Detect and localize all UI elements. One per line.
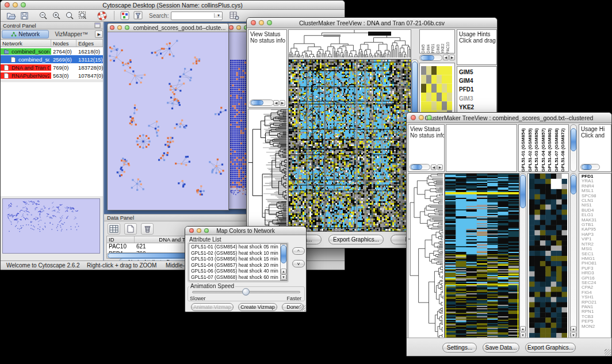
frame-close-button[interactable] — [110, 25, 114, 30]
labels-vscrollbar[interactable] — [570, 124, 577, 172]
heatmap-vscrollbar[interactable]: ▲ ▼ — [519, 173, 526, 339]
heatmap-canvas[interactable] — [288, 59, 411, 232]
new-attribute-icon[interactable] — [124, 223, 137, 235]
save-button[interactable] — [18, 10, 30, 21]
gene-label[interactable]: GIM5 — [459, 68, 496, 76]
tab-vizmapper[interactable]: VizMapper™ — [49, 31, 94, 37]
zoom-window-button[interactable] — [267, 20, 272, 25]
treeview-dna-titlebar[interactable]: ClusterMaker TreeView : DNA and Tran 07-… — [247, 18, 497, 28]
move-up-button[interactable]: ^ — [292, 247, 305, 255]
mini-heatmap-canvas[interactable] — [421, 66, 452, 119]
view-status-hscrollbar[interactable] — [410, 164, 430, 170]
col-edges[interactable]: Edges — [76, 40, 103, 47]
row-dendrogram-canvas[interactable] — [248, 109, 288, 232]
scroll-up-icon[interactable]: ▲ — [281, 269, 286, 274]
close-button[interactable] — [411, 115, 416, 120]
minimize-button[interactable] — [419, 115, 424, 120]
zoom-fit-icon[interactable] — [77, 10, 89, 21]
save-data-button[interactable]: Save Data... — [483, 343, 519, 352]
gene-label[interactable]: MON2 — [582, 324, 611, 329]
cytoscape-titlebar[interactable]: Cytoscape Desktop (Session Name: collins… — [1, 1, 345, 10]
network-tree-row[interactable]: combined_scores 2764(0) 16218(0) — [1, 47, 103, 55]
animate-vizmap-button[interactable]: Animate Vizmap — [191, 303, 234, 311]
scroll-thumb[interactable] — [571, 175, 576, 194]
close-button[interactable] — [189, 228, 194, 233]
attribute-table-icon[interactable] — [108, 223, 120, 235]
gene-label[interactable]: GIM4 — [459, 76, 496, 85]
delete-attribute-icon[interactable] — [141, 223, 154, 235]
scroll-thumb[interactable] — [420, 55, 434, 60]
resize-grip[interactable] — [299, 305, 305, 311]
dialog-titlebar[interactable]: Map Colors to Network — [185, 227, 306, 235]
network-view-frame[interactable]: combined_scores_good.txt--cluste... — [107, 23, 229, 210]
export-graphics-button[interactable]: Export Graphics... — [525, 343, 576, 352]
slider-thumb[interactable] — [242, 288, 250, 296]
resize-grip[interactable] — [605, 349, 611, 355]
search-input[interactable] — [171, 13, 214, 19]
attribute-listbox[interactable]: GPL51-01 (GSM854) heat shock 05 minGPL51… — [189, 243, 288, 281]
network-view-canvas[interactable] — [108, 32, 228, 210]
filter-icon[interactable] — [132, 10, 144, 21]
open-file-button[interactable] — [5, 10, 17, 21]
view-status-hscrollbar[interactable] — [250, 99, 274, 106]
tab-overflow-arrow-icon[interactable]: ▶ — [95, 30, 103, 38]
gene-label[interactable]: YKE2 — [459, 103, 496, 112]
frame-close-button[interactable] — [229, 25, 234, 30]
attribute-item[interactable]: GPL51-03 (GSM856) heat shock 15 min — [189, 256, 287, 262]
scroll-left-icon[interactable]: ◀ — [431, 164, 437, 170]
scroll-thumb[interactable] — [411, 164, 422, 170]
gene-label[interactable]: PFD1 — [459, 85, 496, 94]
scroll-thumb[interactable] — [281, 245, 286, 263]
gene-label[interactable]: GIM3 — [459, 94, 496, 103]
zoom-selected-icon[interactable] — [64, 10, 75, 21]
help-lifesaver-icon[interactable] — [96, 10, 108, 21]
zoom-out-icon[interactable] — [37, 10, 49, 21]
scroll-right-icon[interactable]: ▶ — [437, 164, 443, 170]
scroll-thumb[interactable] — [251, 100, 263, 105]
zoom-vscrollbar[interactable]: ▲ ▼ — [570, 173, 577, 339]
create-vizmap-button[interactable]: Create Vizmap — [238, 303, 277, 311]
table-settings-icon[interactable] — [228, 10, 240, 21]
vizmap-node-icon[interactable] — [119, 10, 131, 21]
attribute-item[interactable]: GPL51-01 (GSM854) heat shock 05 min — [189, 244, 287, 250]
scroll-up-icon[interactable]: ▲ — [520, 326, 526, 332]
zoom-window-button[interactable] — [204, 228, 209, 233]
birdseye-view-panel[interactable] — [2, 198, 100, 254]
attribute-item[interactable]: GPL51-02 (GSM855) heat shock 10 min — [189, 250, 287, 256]
treeview-combined-titlebar[interactable]: ClusterMaker TreeView : combined_scores_… — [407, 113, 611, 123]
search-box[interactable]: ▾ — [171, 12, 223, 20]
network-tree-row[interactable]: RNAPuberNov2+! 563(0) 107847(0) — [1, 71, 103, 79]
attribute-item[interactable]: GPL51-04 (GSM857) heat shock 20 min — [189, 262, 287, 269]
minimize-button[interactable] — [259, 20, 264, 25]
zoom-in-icon[interactable] — [51, 10, 62, 21]
settings-button[interactable]: Settings... — [442, 343, 477, 352]
zoom-heatmap-canvas[interactable] — [529, 174, 567, 338]
scroll-left-icon[interactable]: ◀ — [273, 100, 279, 106]
mini-hscrollbar[interactable] — [419, 55, 442, 61]
row-dendrogram-canvas[interactable] — [408, 173, 445, 340]
zoom-window-button[interactable] — [21, 2, 26, 7]
attribute-item[interactable]: GPL51-07 (GSM868) heat shock 60 min — [189, 274, 287, 281]
scroll-thumb[interactable] — [582, 164, 592, 170]
zoom-window-button[interactable] — [427, 115, 432, 120]
network-tree-row[interactable]: combined_sco 2569(6) 13112(15) — [1, 55, 103, 63]
scroll-left-icon[interactable]: ◀ — [443, 55, 449, 60]
scroll-thumb[interactable] — [520, 175, 526, 208]
minimize-button[interactable] — [197, 228, 201, 233]
heatmap-canvas[interactable] — [445, 173, 519, 340]
attribute-list-vscrollbar[interactable]: ▲ ▼ — [280, 244, 287, 281]
frame-minimize-button[interactable] — [117, 25, 122, 30]
frame-minimize-button[interactable] — [236, 25, 241, 30]
scroll-right-icon[interactable]: ▶ — [280, 100, 285, 106]
scroll-thumb[interactable] — [571, 128, 576, 151]
col-network[interactable]: Network — [1, 40, 51, 47]
network-view-titlebar[interactable]: combined_scores_good.txt--cluste... — [108, 24, 228, 32]
scroll-down-icon[interactable]: ▼ — [281, 274, 286, 280]
col-id[interactable]: ID — [107, 236, 135, 243]
frame-zoom-button[interactable] — [125, 25, 129, 30]
move-down-button[interactable]: v — [292, 260, 305, 267]
scroll-up-icon[interactable]: ▲ — [571, 326, 576, 332]
search-dropdown-icon[interactable]: ▾ — [214, 13, 222, 18]
network-tree-row[interactable]: DNA and Tran 07 769(0) 183728(0) — [1, 63, 103, 71]
tab-network[interactable]: Network — [2, 30, 49, 39]
